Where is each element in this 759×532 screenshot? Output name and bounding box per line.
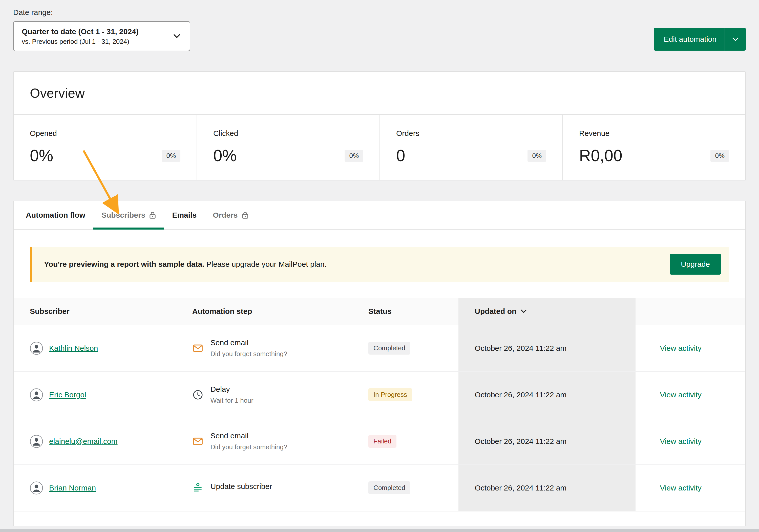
sample-data-banner: You're previewing a report with sample d… [30,247,729,282]
step-subtitle: Did you forget something? [211,350,287,358]
date-range-secondary: vs. Previous period (Jul 1 - 31, 2024) [22,37,139,46]
stat-change-badge: 0% [528,150,546,162]
subscriber-link[interactable]: elainelu@email.com [49,437,118,446]
table-header-row: Subscriber Automation step Status Update… [14,298,745,325]
stat-change-badge: 0% [344,150,363,162]
tab-emails[interactable]: Emails [164,201,205,229]
page-bottom-divider [0,529,759,532]
updated-on-value: October 26, 2024 11:22 am [475,437,567,446]
stat-label: Revenue [579,129,729,138]
edit-automation-label: Edit automation [654,28,725,51]
tab-automation-flow[interactable]: Automation flow [18,201,93,229]
tab-label: Subscribers [101,211,145,220]
stat-opened: Opened 0% 0% [14,115,197,180]
tab-orders[interactable]: Orders [205,201,256,229]
subscriber-link[interactable]: Eric Borgol [49,390,86,399]
automation-analytics-page: Date range: Quarter to date (Oct 1 - 31,… [0,0,759,526]
banner-text: You're previewing a report with sample d… [44,259,327,270]
overview-stats: Opened 0% 0% Clicked 0% 0% Orders 0 0% [14,115,745,180]
step-title: Send email [211,431,287,440]
stat-clicked: Clicked 0% 0% [197,115,380,180]
status-badge: Failed [368,435,396,448]
stat-label: Opened [30,129,180,138]
step-subtitle: Did you forget something? [211,443,287,451]
stat-orders: Orders 0 0% [380,115,562,180]
edit-automation-button[interactable]: Edit automation [654,28,746,51]
date-range-group: Date range: Quarter to date (Oct 1 - 31,… [13,8,190,51]
subscribers-table: Subscriber Automation step Status Update… [14,298,745,526]
step-title: Update subscriber [211,482,272,491]
status-badge: Completed [368,342,410,354]
stat-value: 0 [396,147,405,165]
column-header-automation-step: Automation step [184,298,358,325]
stat-change-badge: 0% [162,150,180,162]
step-subtitle: Wait for 1 hour [211,396,254,404]
avatar-icon [30,481,43,495]
chevron-down-icon [173,34,182,39]
stat-label: Orders [396,129,546,138]
lock-icon [149,211,156,219]
stat-label: Clicked [213,129,363,138]
tab-label: Orders [213,211,238,220]
step-title: Delay [211,385,254,393]
table-row: Eric Borgol Delay Wait for 1 hour In Pro… [14,372,745,418]
stat-value: R0,00 [579,147,622,165]
app-root: Date range: Quarter to date (Oct 1 - 31,… [0,0,759,532]
sort-descending-icon [520,309,527,313]
date-range-primary: Quarter to date (Oct 1 - 31, 2024) [22,26,139,37]
avatar-icon [30,342,43,355]
subscriber-link[interactable]: Kathlin Nelson [49,344,98,352]
overview-card: Overview Opened 0% 0% Clicked 0% 0% Orde… [13,71,746,180]
report-card: Automation flow Subscribers Emails Order… [13,201,746,526]
status-badge: In Progress [368,388,412,401]
top-bar: Date range: Quarter to date (Oct 1 - 31,… [13,8,746,51]
stat-value: 0% [30,147,53,165]
date-range-select[interactable]: Quarter to date (Oct 1 - 31, 2024) vs. P… [13,21,190,51]
tab-bar: Automation flow Subscribers Emails Order… [14,201,745,229]
stat-value: 0% [213,147,237,165]
overview-header: Overview [14,72,745,115]
subscriber-link[interactable]: Brian Norman [49,484,96,492]
chevron-down-icon[interactable] [725,28,746,51]
avatar-icon [30,388,43,401]
updated-on-value: October 26, 2024 11:22 am [475,344,567,352]
avatar-icon [30,435,43,448]
view-activity-link[interactable]: View activity [660,437,701,446]
updated-on-value: October 26, 2024 11:22 am [475,390,567,399]
banner-message: Please upgrade your MailPoet plan. [207,260,327,268]
view-activity-link[interactable]: View activity [660,390,701,399]
column-header-label: Updated on [475,307,516,316]
column-header-updated-on[interactable]: Updated on [459,298,636,325]
view-activity-link[interactable]: View activity [660,484,701,492]
email-icon [192,343,203,354]
table-footer [14,512,745,526]
table-row: Kathlin Nelson Send email Did you forget… [14,325,745,372]
table-row: elainelu@email.com Send email Did you fo… [14,418,745,465]
stat-revenue: Revenue R0,00 0% [562,115,745,180]
table-row: Brian Norman Update subscriber Completed… [14,465,745,512]
column-header-subscriber: Subscriber [14,298,184,325]
tab-label: Emails [172,211,197,220]
date-range-value: Quarter to date (Oct 1 - 31, 2024) vs. P… [22,26,139,46]
update-subscriber-icon [192,482,203,494]
upgrade-button[interactable]: Upgrade [670,254,721,275]
column-header-status: Status [358,298,459,325]
clock-icon [192,389,203,400]
column-header-actions [636,298,745,325]
page-title: Overview [30,86,729,101]
date-range-label: Date range: [13,8,190,17]
lock-icon [242,211,249,219]
stat-change-badge: 0% [710,150,729,162]
banner-emphasis: You're previewing a report with sample d… [44,260,204,268]
tab-subscribers[interactable]: Subscribers [93,201,164,229]
status-badge: Completed [368,481,410,494]
view-activity-link[interactable]: View activity [660,344,701,352]
tab-label: Automation flow [26,211,85,220]
email-icon [192,436,203,447]
updated-on-value: October 26, 2024 11:22 am [475,484,567,492]
step-title: Send email [211,338,287,347]
